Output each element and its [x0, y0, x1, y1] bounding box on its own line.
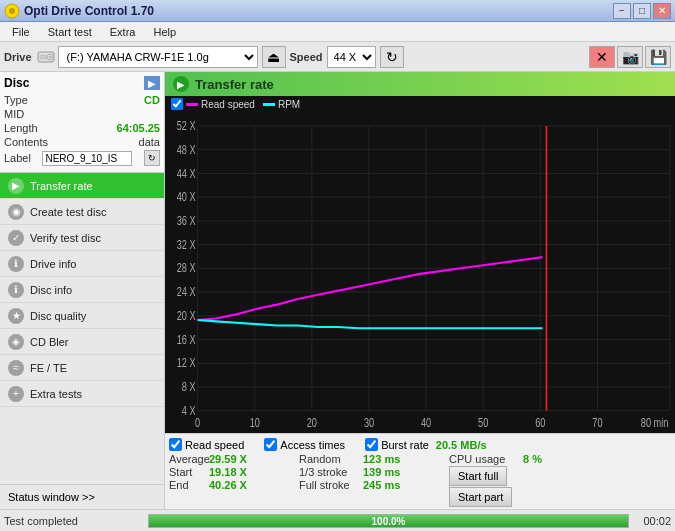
drive-label: Drive	[4, 51, 32, 63]
legend-rpm: RPM	[263, 99, 300, 110]
nav-transfer-rate[interactable]: ▶ Transfer rate	[0, 173, 164, 199]
nav-verify-test-disc-label: Verify test disc	[30, 232, 101, 244]
eject-button[interactable]: ⏏	[262, 46, 286, 68]
cpu-label: CPU usage	[449, 453, 519, 465]
contents-value: data	[139, 136, 160, 148]
nav-fe-te[interactable]: ≈ FE / TE	[0, 355, 164, 381]
disc-arrow-button[interactable]: ▶	[144, 76, 160, 90]
svg-point-4	[49, 56, 51, 58]
disc-info-icon: ℹ	[8, 282, 24, 298]
check-access-times: Access times	[264, 438, 345, 451]
chart-legend: Read speed RPM	[165, 96, 675, 112]
label-input[interactable]	[42, 151, 132, 166]
transfer-rate-icon: ▶	[8, 178, 24, 194]
svg-rect-5	[40, 55, 46, 59]
chart-svg: 52 X 48 X 44 X 40 X 36 X 32 X 28 X 24 X …	[165, 112, 675, 433]
stat-end-row: End 40.26 X	[169, 479, 299, 491]
nav-disc-quality[interactable]: ★ Disc quality	[0, 303, 164, 329]
svg-text:12 X: 12 X	[177, 356, 196, 370]
random-value: 123 ms	[363, 453, 403, 465]
type-label: Type	[4, 94, 28, 106]
status-window-button[interactable]: Status window >>	[0, 484, 164, 509]
titlebar-title: Opti Drive Control 1.70	[24, 4, 154, 18]
statusbar: Test completed 100.0% 00:02	[0, 509, 675, 531]
start-full-button[interactable]: Start full	[449, 466, 507, 486]
svg-text:4 X: 4 X	[182, 403, 196, 417]
burst-rate-check-label: Burst rate	[381, 439, 429, 451]
contents-label: Contents	[4, 136, 48, 148]
menu-start-test[interactable]: Start test	[40, 24, 100, 40]
minimize-button[interactable]: −	[613, 3, 631, 19]
start-label: Start	[169, 466, 205, 478]
access-times-check-label: Access times	[280, 439, 345, 451]
menu-file[interactable]: File	[4, 24, 38, 40]
svg-text:10: 10	[250, 416, 260, 430]
toolbar: Drive (F:) YAMAHA CRW-F1E 1.0g ⏏ Speed 4…	[0, 42, 675, 72]
svg-text:36 X: 36 X	[177, 214, 196, 228]
drive-icon	[36, 47, 56, 67]
maximize-button[interactable]: □	[633, 3, 651, 19]
nav-drive-info[interactable]: ℹ Drive info	[0, 251, 164, 277]
stat-one-third-row: 1/3 stroke 139 ms	[299, 466, 449, 478]
legend-read-speed-checkbox[interactable]	[171, 98, 183, 110]
nav-extra-tests-label: Extra tests	[30, 388, 82, 400]
save-button[interactable]: 💾	[645, 46, 671, 68]
menu-help[interactable]: Help	[145, 24, 184, 40]
svg-text:44 X: 44 X	[177, 166, 196, 180]
stat-start-row: Start 19.18 X	[169, 466, 299, 478]
menu-extra[interactable]: Extra	[102, 24, 144, 40]
legend-rpm-label: RPM	[278, 99, 300, 110]
extra-tests-icon: +	[8, 386, 24, 402]
nav-transfer-rate-label: Transfer rate	[30, 180, 93, 192]
stats-rows: Average 29.59 X Start 19.18 X End 40.26 …	[169, 453, 671, 507]
nav-extra-tests[interactable]: + Extra tests	[0, 381, 164, 407]
drive-select[interactable]: (F:) YAMAHA CRW-F1E 1.0g	[58, 46, 258, 68]
start-part-button[interactable]: Start part	[449, 487, 512, 507]
end-label: End	[169, 479, 205, 491]
full-stroke-label: Full stroke	[299, 479, 359, 491]
titlebar-controls: − □ ✕	[613, 3, 671, 19]
length-value: 64:05.25	[117, 122, 160, 134]
svg-text:80 min: 80 min	[641, 416, 669, 430]
svg-point-1	[9, 8, 15, 14]
svg-text:32 X: 32 X	[177, 237, 196, 251]
stat-full-stroke-row: Full stroke 245 ms	[299, 479, 449, 491]
main: Disc ▶ Type CD MID Length 64:05.25 Conte…	[0, 72, 675, 509]
status-text: Test completed	[4, 515, 144, 527]
clear-button[interactable]: ✕	[589, 46, 615, 68]
cpu-value: 8 %	[523, 453, 567, 465]
label-refresh-button[interactable]: ↻	[144, 150, 160, 166]
disc-label-row: Label ↻	[4, 150, 160, 166]
label-label: Label	[4, 152, 31, 164]
one-third-value: 139 ms	[363, 466, 403, 478]
nav-disc-info[interactable]: ℹ Disc info	[0, 277, 164, 303]
nav-verify-test-disc[interactable]: ✓ Verify test disc	[0, 225, 164, 251]
length-label: Length	[4, 122, 38, 134]
access-times-checkbox[interactable]	[264, 438, 277, 451]
progress-bar: 100.0%	[148, 514, 629, 528]
end-value: 40.26 X	[209, 479, 253, 491]
legend-read-speed: Read speed	[171, 98, 255, 110]
svg-text:28 X: 28 X	[177, 261, 196, 275]
nav-disc-info-label: Disc info	[30, 284, 72, 296]
svg-text:8 X: 8 X	[182, 380, 196, 394]
nav-cd-bler-label: CD Bler	[30, 336, 69, 348]
refresh-button[interactable]: ↻	[380, 46, 404, 68]
svg-text:30: 30	[364, 416, 374, 430]
read-speed-checkbox[interactable]	[169, 438, 182, 451]
one-third-label: 1/3 stroke	[299, 466, 359, 478]
camera-button[interactable]: 📷	[617, 46, 643, 68]
transfer-rate-icon-header: ▶	[173, 76, 189, 92]
nav-cd-bler[interactable]: ◈ CD Bler	[0, 329, 164, 355]
nav-create-test-disc[interactable]: ◉ Create test disc	[0, 199, 164, 225]
cd-bler-icon: ◈	[8, 334, 24, 350]
burst-rate-checkbox[interactable]	[365, 438, 378, 451]
disc-title: Disc	[4, 76, 29, 90]
speed-select[interactable]: 44 X	[327, 46, 376, 68]
svg-text:24 X: 24 X	[177, 285, 196, 299]
sidebar: Disc ▶ Type CD MID Length 64:05.25 Conte…	[0, 72, 165, 509]
svg-text:40: 40	[421, 416, 431, 430]
check-burst-rate: Burst rate 20.5 MB/s	[365, 438, 486, 451]
titlebar: Opti Drive Control 1.70 − □ ✕	[0, 0, 675, 22]
close-button[interactable]: ✕	[653, 3, 671, 19]
